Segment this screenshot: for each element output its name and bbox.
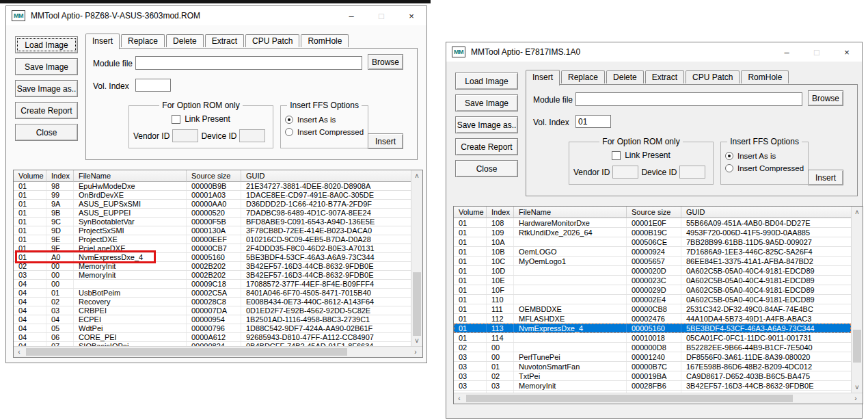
tab-replace[interactable]: Replace bbox=[561, 70, 605, 83]
table-row[interactable]: 0402Recovery000028C8E008B434-0E73-440C-8… bbox=[14, 298, 411, 306]
table-row[interactable]: 01113NvmExpressDxe_4000051605BE3BDF4-53C… bbox=[454, 324, 851, 333]
insert-compressed-radio[interactable] bbox=[285, 128, 293, 136]
vol-index-input[interactable] bbox=[135, 79, 171, 92]
table-row[interactable]: 019DProjectSxSMI0000130A3F78CB8D-72EE-41… bbox=[14, 226, 411, 235]
table-row[interactable]: 0404ECPEI000009541B2501AD-1116-4958-B8C3… bbox=[14, 315, 411, 324]
module-file-input[interactable] bbox=[575, 92, 802, 106]
table-row[interactable]: 0110BOemLOGO000009247D1686A9-1EE3-446C-8… bbox=[454, 247, 851, 257]
column-header-guid[interactable]: GUID bbox=[241, 170, 411, 182]
table-row[interactable]: 0110D0000020D0A602C5B-05A0-40C4-9181-EDC… bbox=[454, 266, 851, 276]
table-row[interactable]: 011140001001805CA01FC-0FC1-11DC-9011-001… bbox=[454, 333, 851, 343]
column-header-filename[interactable]: FileName bbox=[514, 207, 627, 218]
table-row[interactable]: 0302TxtPei000019BACA9D8617-D652-403B-B6C… bbox=[454, 371, 851, 381]
tab-insert[interactable]: Insert bbox=[85, 34, 120, 49]
table-row[interactable]: 0110A000506CE7BB28B99-61BB-11D5-9A5D-009… bbox=[454, 237, 851, 247]
vertical-scrollbar[interactable]: ˄ ˅ bbox=[851, 207, 863, 393]
device-id-input[interactable] bbox=[239, 129, 265, 142]
vertical-scrollbar-thumb[interactable] bbox=[853, 330, 861, 363]
vol-index-input[interactable] bbox=[575, 115, 611, 128]
horizontal-scrollbar[interactable]: ‹ › bbox=[14, 346, 422, 357]
load-image-button[interactable]: Load Image bbox=[455, 73, 518, 90]
link-present-checkbox[interactable] bbox=[172, 115, 180, 124]
create-report-button[interactable]: Create Report bbox=[455, 138, 518, 155]
minimize-icon[interactable]: – bbox=[772, 42, 802, 62]
save-image-button[interactable]: Save Image bbox=[455, 94, 518, 111]
scroll-up-icon[interactable]: ˄ bbox=[411, 170, 422, 181]
minimize-icon[interactable]: – bbox=[336, 6, 366, 25]
table-row[interactable]: 0403CRBPEI000007DA0D1ED2F7-E92B-4562-92D… bbox=[14, 306, 411, 315]
table-row[interactable]: 0199OnBrdDevXE00001A031DACE8EE-CD97-491E… bbox=[14, 191, 411, 200]
scroll-down-icon[interactable]: ˅ bbox=[411, 335, 422, 346]
close-icon[interactable]: × bbox=[832, 42, 862, 62]
table-row[interactable]: 01109RtkUndiDxe_2026_640000B19C4953F720-… bbox=[454, 228, 851, 237]
table-row[interactable]: 01112MFLASHDXE0000247644A10DA4-5B73-49D1… bbox=[454, 314, 851, 324]
table-row[interactable]: 0110E0000023C0A602C5B-05A0-40C4-9181-EDC… bbox=[454, 276, 851, 285]
insert-as-is-radio[interactable] bbox=[725, 152, 733, 160]
vertical-scrollbar[interactable]: ˄ ˅ bbox=[411, 170, 422, 346]
close-window-button[interactable]: Close bbox=[15, 124, 78, 141]
table-row[interactable]: 019BASUS_EUPPEI000005207DADBC98-6489-4D1… bbox=[14, 209, 411, 218]
close-icon[interactable]: × bbox=[396, 6, 426, 25]
horizontal-scrollbar-thumb[interactable] bbox=[466, 395, 793, 402]
table-row[interactable]: 0110F0000029D0A602C5B-05A0-40C4-9181-EDC… bbox=[454, 285, 851, 295]
column-header-source-size[interactable]: Source size bbox=[187, 170, 241, 182]
table-row[interactable]: 019AASUS_EUPSxSMI00000AA0D36DDD2D-1C66-4… bbox=[14, 200, 411, 209]
insert-button[interactable]: Insert bbox=[808, 170, 843, 185]
insert-as-is-radio[interactable] bbox=[285, 116, 293, 124]
column-header-volume[interactable]: Volume bbox=[14, 170, 46, 182]
browse-button[interactable]: Browse bbox=[368, 54, 403, 70]
link-present-checkbox[interactable] bbox=[612, 151, 621, 160]
insert-button[interactable]: Insert bbox=[368, 133, 403, 149]
tab-cpu-patch[interactable]: CPU Patch bbox=[245, 34, 299, 47]
scroll-left-icon[interactable]: ‹ bbox=[14, 347, 25, 357]
table-row[interactable]: 0301NuvotonSmartFan00000B7C167E598B-86D6… bbox=[454, 362, 851, 371]
tab-extract[interactable]: Extract bbox=[205, 34, 244, 47]
column-header-index[interactable]: Index bbox=[46, 170, 74, 182]
device-id-input[interactable] bbox=[679, 166, 705, 179]
horizontal-scrollbar[interactable]: ‹ › bbox=[454, 393, 863, 404]
table-row[interactable]: 0198EpuHwModeDxe00000B9B21E34727-3881-4D… bbox=[14, 182, 411, 191]
scroll-left-icon[interactable]: ‹ bbox=[454, 393, 465, 404]
table-row[interactable]: 0401UsbBotPeim00002C5A8401A046-6F70-4505… bbox=[14, 289, 411, 298]
tab-insert[interactable]: Insert bbox=[526, 70, 560, 86]
tab-cpu-patch[interactable]: CPU Patch bbox=[686, 70, 740, 83]
column-header-guid[interactable]: GUID bbox=[681, 207, 851, 218]
column-header-volume[interactable]: Volume bbox=[454, 207, 487, 218]
tab-delete[interactable]: Delete bbox=[166, 34, 204, 47]
load-image-button[interactable]: Load Image bbox=[15, 36, 78, 53]
table-row[interactable]: 019EProjectDXE00000EEF010216CD-9C09-4EB5… bbox=[14, 235, 411, 244]
scroll-down-icon[interactable]: ˅ bbox=[852, 382, 863, 393]
horizontal-scrollbar-thumb[interactable] bbox=[26, 348, 347, 356]
vendor-id-input[interactable] bbox=[172, 129, 198, 142]
scroll-up-icon[interactable]: ˄ bbox=[852, 207, 863, 218]
table-row[interactable]: 01108HardwareMonitorDxe00001E0F55B66A09-… bbox=[454, 218, 851, 228]
module-file-input[interactable] bbox=[135, 56, 362, 70]
table-row[interactable]: 0303MemoryInit00028FB63B42EF57-16D3-44CB… bbox=[454, 381, 851, 391]
titlebar[interactable]: MM MMTool Aptio- P8Z68-V-ASUS-3603mod.RO… bbox=[6, 6, 426, 25]
titlebar[interactable]: MM MMTool Aptio- E7817IMS.1A0 – □ × bbox=[446, 42, 862, 62]
tab-romhole[interactable]: RomHole bbox=[741, 70, 789, 83]
vendor-id-input[interactable] bbox=[612, 166, 638, 179]
scroll-right-icon[interactable]: › bbox=[850, 393, 861, 404]
table-row[interactable]: 0200000000D8B52282EE-9B66-44B9-B1CF-7E50… bbox=[454, 343, 851, 352]
save-image-as-button[interactable]: Save Image as.. bbox=[15, 80, 78, 97]
create-report-button[interactable]: Create Report bbox=[15, 102, 78, 119]
tab-extract[interactable]: Extract bbox=[645, 70, 684, 83]
column-header-filename[interactable]: FileName bbox=[74, 170, 187, 182]
table-row[interactable]: 01110000002E40A602C5B-05A0-40C4-9181-EDC… bbox=[454, 295, 851, 304]
table-row[interactable]: 0300MemoryInit0002B2023B42EF57-16D3-44CB… bbox=[14, 271, 411, 280]
table-row[interactable]: 0110CMyOemLogo10000565786EE84E1-3375-41A… bbox=[454, 257, 851, 266]
table-row[interactable]: 01111OEMBDDXE00000CB82531C342-DF32-49C0-… bbox=[454, 304, 851, 314]
tab-replace[interactable]: Replace bbox=[121, 34, 165, 47]
table-row[interactable]: 019CSynBootabletVar00000F5BBFD8ABE9-C091… bbox=[14, 218, 411, 226]
table-row[interactable]: 040000009C1817088572-377F-44EF-8F4E-B09F… bbox=[14, 280, 411, 289]
tab-romhole[interactable]: RomHole bbox=[301, 34, 349, 47]
vertical-scrollbar-thumb[interactable] bbox=[413, 272, 421, 336]
insert-compressed-radio[interactable] bbox=[725, 164, 733, 172]
table-row[interactable]: 0406CORE_PEI0000A61292685943-D810-47FF-A… bbox=[14, 333, 411, 342]
column-header-index[interactable]: Index bbox=[487, 207, 514, 218]
table-row[interactable]: 0300PerfTunePei00001240DF8556F0-3A61-11D… bbox=[454, 352, 851, 362]
close-window-button[interactable]: Close bbox=[455, 160, 518, 177]
tab-delete[interactable]: Delete bbox=[606, 70, 644, 83]
column-header-source-size[interactable]: Source size bbox=[627, 207, 681, 218]
